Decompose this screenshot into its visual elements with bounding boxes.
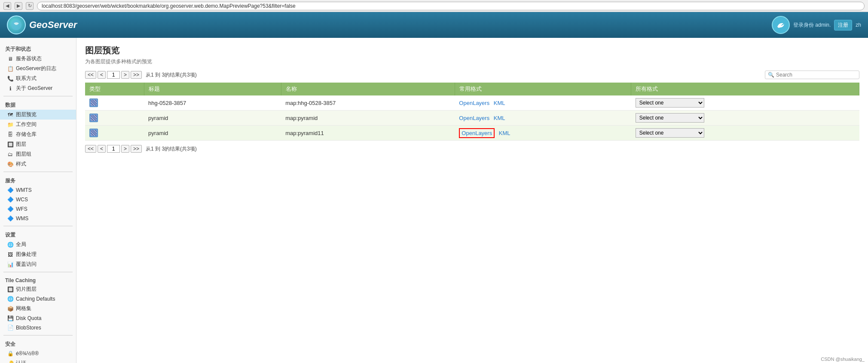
- last-page-bottom-button[interactable]: >>: [131, 145, 142, 153]
- search-input[interactable]: [776, 72, 856, 78]
- row2-name: map:pyramid: [281, 111, 455, 126]
- row1-type: [85, 95, 144, 111]
- row3-kml-link[interactable]: KML: [499, 130, 510, 136]
- grid-icon: 📦: [7, 305, 14, 312]
- forward-button[interactable]: ▶: [15, 2, 22, 10]
- sidebar-item-global[interactable]: 🌐 全局: [0, 240, 76, 249]
- row3-title: pyramid: [144, 126, 281, 141]
- prev-page-bottom-button[interactable]: <: [98, 145, 106, 153]
- row3-select[interactable]: Select one: [636, 128, 704, 138]
- row2-openlayers-link[interactable]: OpenLayers: [459, 115, 489, 121]
- first-page-button[interactable]: <<: [85, 71, 96, 79]
- toolbar-row: << < > >> 从1 到 3的结果(共3项) 🔍: [85, 71, 859, 79]
- sidebar-item-layergroup[interactable]: 🗂 图层组: [0, 149, 76, 159]
- sidebar-item-layers[interactable]: 🔲 图层: [0, 139, 76, 149]
- section-security: 安全: [0, 338, 76, 349]
- page-subtitle: 为各图层提供多种格式的预览: [85, 58, 859, 65]
- col-all-format: 所有格式: [631, 83, 859, 95]
- search-box: 🔍: [765, 71, 859, 79]
- sidebar-item-blobstores[interactable]: 📄 BlobStores: [0, 323, 76, 332]
- row3-openlayers-link[interactable]: OpenLayers: [459, 128, 495, 138]
- row3-all-format: Select one: [631, 126, 859, 141]
- sidebar-item-coverage[interactable]: 📊 覆盖访问: [0, 259, 76, 269]
- sidebar-item-security1[interactable]: 🔒 é®¾½®®: [0, 349, 76, 358]
- sidebar-item-auth[interactable]: 🔑 认证: [0, 358, 76, 363]
- divider-4: [3, 272, 73, 272]
- last-page-button[interactable]: >>: [131, 71, 142, 79]
- page-number-bottom-input[interactable]: [107, 145, 120, 153]
- workspace-icon: 📁: [7, 121, 14, 128]
- table-row: pyramid map:pyramid11 OpenLayers KML Sel…: [85, 126, 859, 141]
- row1-select[interactable]: Select one: [636, 98, 704, 108]
- logo-text: GeoServer: [29, 19, 77, 31]
- image-icon: 🖼: [7, 251, 14, 258]
- bird-svg: [775, 19, 787, 31]
- sidebar-item-grid[interactable]: 📦 网格集: [0, 304, 76, 314]
- divider-1: [3, 96, 73, 96]
- divider-5: [3, 335, 73, 335]
- disk-icon: 💾: [7, 315, 14, 322]
- header-right: 登录身份 admin. 注册 zh: [772, 16, 861, 34]
- footer: CSDN @shuaikang_: [817, 355, 868, 363]
- sidebar-item-wcs[interactable]: 🔷 WCS: [0, 195, 76, 204]
- row2-type: [85, 111, 144, 126]
- footer-text: CSDN @shuaikang_: [821, 357, 865, 362]
- sidebar-item-contact[interactable]: 📞 联系方式: [0, 74, 76, 83]
- sidebar-item-wfs[interactable]: 🔷 WFS: [0, 204, 76, 214]
- refresh-button[interactable]: ↻: [26, 2, 34, 10]
- sidebar-item-wmts[interactable]: 🔷 WMTS: [0, 185, 76, 195]
- content-area: 图层预览 为各图层提供多种格式的预览 << < > >> 从1 到 3的结果(共…: [76, 38, 868, 363]
- next-page-button[interactable]: >: [121, 71, 129, 79]
- caching-icon: 🌐: [7, 295, 14, 302]
- layer-type-icon: [89, 98, 98, 107]
- sidebar-item-styles[interactable]: 🎨 样式: [0, 159, 76, 169]
- auth-icon: 🔑: [7, 360, 14, 363]
- sidebar-item-store[interactable]: 🗄 存储仓库: [0, 129, 76, 139]
- next-page-bottom-button[interactable]: >: [121, 145, 129, 153]
- global-icon: 🌐: [7, 241, 14, 248]
- sidebar-item-tile-layers[interactable]: 🔲 切片图层: [0, 284, 76, 294]
- wmts-icon: 🔷: [7, 187, 14, 194]
- url-bar[interactable]: localhost:8083/geoserver/web/wicket/book…: [37, 2, 865, 10]
- logo-circle: [7, 15, 26, 34]
- page-info-bottom: 从1 到 3的结果(共3项): [146, 145, 197, 153]
- sidebar-item-server-status[interactable]: 🖥 服务器状态: [0, 54, 76, 64]
- row1-name: map:hhg-0528-3857: [281, 95, 455, 111]
- sidebar-item-image-processing[interactable]: 🖼 图像处理: [0, 249, 76, 259]
- row2-kml-link[interactable]: KML: [494, 115, 505, 121]
- register-button[interactable]: 注册: [834, 20, 852, 31]
- sidebar-item-disk-quota[interactable]: 💾 Disk Quota: [0, 314, 76, 323]
- col-title: 标题: [144, 83, 281, 95]
- sidebar-item-workspace[interactable]: 📁 工作空间: [0, 120, 76, 129]
- coverage-icon: 📊: [7, 261, 14, 268]
- sidebar-item-log[interactable]: 📋 GeoServer的日志: [0, 64, 76, 74]
- row1-kml-link[interactable]: KML: [494, 100, 505, 106]
- prev-page-button[interactable]: <: [98, 71, 106, 79]
- row2-all-format: Select one: [631, 111, 859, 126]
- back-button[interactable]: ◀: [3, 2, 11, 10]
- layer-icon-inner: [91, 115, 97, 121]
- user-label: 登录身份 admin.: [793, 22, 831, 29]
- sidebar-item-layer-preview[interactable]: 🗺 图层预览: [0, 110, 76, 120]
- row2-select[interactable]: Select one: [636, 113, 704, 123]
- section-data: 数据: [0, 99, 76, 110]
- row3-name: map:pyramid11: [281, 126, 455, 141]
- row1-openlayers-link[interactable]: OpenLayers: [459, 100, 489, 106]
- table-header: 类型 标题 名称 常用格式 所有格式: [85, 83, 859, 95]
- sidebar-item-caching-defaults[interactable]: 🌐 Caching Defaults: [0, 294, 76, 304]
- sidebar-item-about[interactable]: ℹ 关于 GeoServer: [0, 83, 76, 93]
- pagination-top: << < > >> 从1 到 3的结果(共3项): [85, 71, 197, 79]
- sidebar-item-wms[interactable]: 🔷 WMS: [0, 214, 76, 223]
- page-number-input[interactable]: [107, 71, 120, 79]
- pagination-bottom: << < > >> 从1 到 3的结果(共3项): [85, 145, 859, 153]
- tile-icon: 🔲: [7, 286, 14, 293]
- section-settings: 设置: [0, 229, 76, 240]
- page-title: 图层预览: [85, 45, 859, 56]
- table-row: pyramid map:pyramid OpenLayers KML Selec…: [85, 111, 859, 126]
- first-page-bottom-button[interactable]: <<: [85, 145, 96, 153]
- logo-svg: [10, 19, 22, 31]
- wms-icon: 🔷: [7, 215, 14, 222]
- sidebar: 关于和状态 🖥 服务器状态 📋 GeoServer的日志 📞 联系方式 ℹ 关于…: [0, 38, 76, 363]
- section-tile: Tile Caching: [0, 275, 76, 284]
- style-icon: 🎨: [7, 161, 14, 168]
